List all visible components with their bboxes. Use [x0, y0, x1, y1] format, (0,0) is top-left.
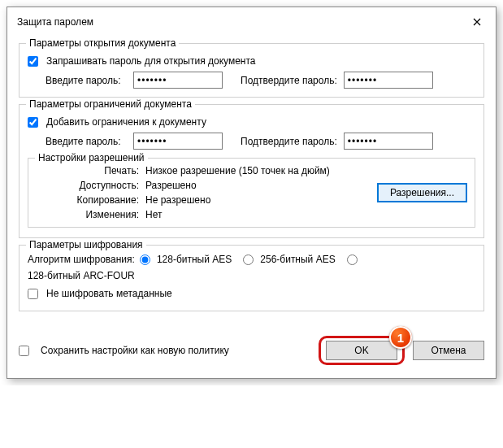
- ok-highlight: OK 1: [319, 336, 405, 365]
- restrict-password-input[interactable]: [133, 133, 223, 150]
- no-encrypt-metadata-label[interactable]: Не шифровать метаданные: [46, 288, 172, 299]
- dialog-footer: Сохранить настройки как новую политику O…: [7, 328, 496, 378]
- titlebar: Защита паролем: [7, 7, 496, 35]
- restrict-pw-label: Введите пароль:: [46, 136, 127, 147]
- restrict-pw2-label: Подтвердите пароль:: [241, 136, 337, 147]
- close-button[interactable]: [466, 14, 488, 30]
- save-policy-label[interactable]: Сохранить настройки как новую политику: [41, 345, 229, 356]
- open-password-input[interactable]: [133, 72, 223, 89]
- permissions-button[interactable]: Разрешения...: [378, 184, 466, 202]
- ask-password-label[interactable]: Запрашивать пароль для открытия документ…: [46, 55, 256, 67]
- ask-password-checkbox[interactable]: [28, 56, 38, 67]
- perm-print-value: Низкое разрешение (150 точек на дюйм): [145, 165, 466, 176]
- perm-copy-key: Копирование:: [51, 194, 141, 206]
- restrict-password-confirm-input[interactable]: [344, 133, 433, 150]
- open-params-group: Параметры открытия документа Запрашивать…: [19, 43, 484, 98]
- window-title: Защита паролем: [17, 16, 93, 28]
- open-params-legend: Параметры открытия документа: [26, 37, 179, 49]
- ok-button[interactable]: OK: [326, 341, 397, 360]
- password-protection-dialog: Защита паролем Параметры открытия докуме…: [7, 7, 496, 379]
- open-pw-label: Введите пароль:: [46, 75, 127, 86]
- algo-aes256-label[interactable]: 256-битный AES: [260, 254, 335, 265]
- restrict-params-group: Параметры ограничений документа Добавить…: [19, 104, 484, 238]
- algo-label: Алгоритм шифрования:: [28, 254, 135, 265]
- algo-aes256-radio[interactable]: [243, 254, 254, 265]
- algo-aes128-label[interactable]: 128-битный AES: [157, 254, 232, 265]
- open-pw2-label: Подтвердите пароль:: [241, 75, 337, 86]
- permissions-group: Настройки разрешений Печать: Низкое разр…: [28, 158, 475, 228]
- perm-print-key: Печать:: [51, 165, 141, 176]
- close-icon: [473, 18, 481, 26]
- algo-arcfour-label[interactable]: 128-битный ARC-FOUR: [28, 270, 135, 281]
- no-encrypt-metadata-checkbox[interactable]: [28, 289, 38, 299]
- add-restrictions-label[interactable]: Добавить ограничения к документу: [46, 116, 206, 128]
- cancel-button[interactable]: Отмена: [413, 341, 484, 360]
- encryption-group: Параметры шифрования Алгоритм шифрования…: [19, 245, 484, 311]
- encryption-legend: Параметры шифрования: [26, 239, 146, 250]
- perm-change-key: Изменения:: [51, 209, 141, 220]
- algo-arcfour-radio[interactable]: [347, 254, 358, 265]
- permissions-legend: Настройки разрешений: [35, 152, 148, 163]
- perm-change-value: Нет: [145, 209, 466, 220]
- open-password-confirm-input[interactable]: [344, 72, 433, 89]
- restrict-params-legend: Параметры ограничений документа: [26, 98, 195, 110]
- add-restrictions-checkbox[interactable]: [28, 117, 38, 128]
- save-policy-checkbox[interactable]: [19, 346, 29, 356]
- algo-aes128-radio[interactable]: [140, 254, 150, 265]
- perm-access-key: Доступность:: [51, 180, 141, 191]
- callout-badge: 1: [389, 326, 412, 349]
